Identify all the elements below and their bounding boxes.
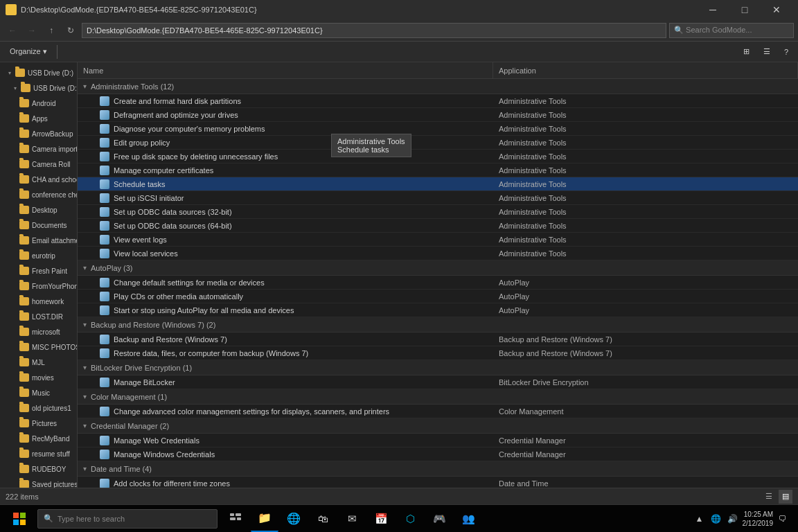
maximize-button[interactable]: □ — [729, 0, 761, 19]
sidebar-item-pictures[interactable]: Pictures — [11, 416, 77, 431]
list-item[interactable]: Schedule tasksAdministrative Tools — [78, 177, 798, 191]
folder-icon — [19, 373, 29, 382]
close-button[interactable]: ✕ — [761, 0, 792, 19]
list-view-button[interactable]: ☰ — [762, 490, 776, 504]
sidebar-item-usb-drive-top[interactable]: ▾ USB Drive (D:) — [0, 65, 77, 80]
col-header-name[interactable]: Name — [78, 62, 493, 78]
list-item[interactable]: Restore data, files, or computer from ba… — [78, 346, 798, 360]
sidebar-item-fromyourphone[interactable]: FromYourPhone — [11, 278, 77, 294]
list-item[interactable]: Change default settings for media or dev… — [78, 276, 798, 290]
file-name-cell: Manage Web Credentials — [78, 436, 493, 445]
sidebar-item-apps[interactable]: Apps — [11, 111, 77, 126]
list-item[interactable]: Diagnose your computer's memory problems… — [78, 122, 798, 136]
category-row-bitlocker-drive-encryption[interactable]: ▾BitLocker Drive Encryption (1) — [78, 360, 798, 375]
sidebar-item-camera-roll[interactable]: Camera Roll — [11, 157, 77, 172]
list-item[interactable]: Start or stop using AutoPlay for all med… — [78, 303, 798, 317]
sidebar-item-recmyband[interactable]: RecMyBand — [11, 431, 77, 446]
sidebar-item-fresh-paint[interactable]: Fresh Paint — [11, 263, 77, 278]
sidebar-item-rudeboy[interactable]: RUDEBOY — [11, 461, 77, 477]
list-item[interactable]: Manage Web CredentialsCredential Manager — [78, 434, 798, 447]
list-item[interactable]: Manage computer certificatesAdministrati… — [78, 163, 798, 177]
address-input[interactable] — [82, 23, 666, 38]
sidebar-item-old-pictures1[interactable]: old pictures1 — [11, 400, 77, 416]
folder-icon — [19, 114, 29, 123]
sidebar-item-documents[interactable]: Documents — [11, 218, 77, 233]
tray-volume-icon[interactable]: 🔊 — [726, 512, 740, 526]
tray-clock[interactable]: 10:25 AM 2/12/2019 — [743, 510, 774, 528]
file-icon — [100, 179, 109, 189]
file-list-container[interactable]: Name Application ▾Administrative Tools (… — [78, 62, 798, 488]
forward-button[interactable]: → — [24, 22, 40, 39]
sidebar-item-usb-drive[interactable]: ▾ USB Drive (D:) — [6, 80, 77, 96]
organize-button[interactable]: Organize ▾ — [4, 44, 53, 60]
taskbar-file-explorer[interactable]: 📁 — [251, 506, 278, 532]
sidebar-item-email-attachmen[interactable]: Email attachmen — [11, 233, 77, 248]
category-row-administrative-tools[interactable]: ▾Administrative Tools (12) — [78, 79, 798, 94]
tray-notification[interactable]: 🗨 — [776, 512, 790, 526]
folder-icon — [19, 160, 29, 168]
list-item[interactable]: View local servicesAdministrative Tools — [78, 247, 798, 260]
sidebar-item-lost.dir[interactable]: LOST.DIR — [11, 309, 77, 324]
sidebar-item-cha-and-school[interactable]: CHA and school — [11, 172, 77, 187]
category-row-backup-and-restore-(windows-7)[interactable]: ▾Backup and Restore (Windows 7) (2) — [78, 317, 798, 332]
list-item[interactable]: View event logsAdministrative Tools — [78, 233, 798, 247]
list-item[interactable]: Manage Windows CredentialsCredential Man… — [78, 447, 798, 461]
view-details-button[interactable]: ☰ — [758, 44, 776, 60]
list-item[interactable]: Backup and Restore (Windows 7)Backup and… — [78, 332, 798, 346]
start-button[interactable] — [3, 505, 36, 533]
sidebar-item-resume-stuff[interactable]: resume stuff — [11, 446, 77, 461]
sidebar-item-camera-imports[interactable]: Camera imports — [11, 141, 77, 157]
taskbar-store[interactable]: 🛍 — [309, 506, 337, 532]
file-name-cell: Free up disk space by deleting unnecessa… — [78, 152, 493, 161]
sidebar-item-saved-pictures[interactable]: Saved pictures — [11, 477, 77, 488]
sidebar-item-desktop[interactable]: Desktop — [11, 202, 77, 218]
list-item[interactable]: Set up ODBC data sources (32-bit)Adminis… — [78, 205, 798, 219]
sidebar-item-homework[interactable]: homework — [11, 294, 77, 309]
sidebar-item-eurotrip[interactable]: eurotrip — [11, 248, 77, 263]
taskbar-steam[interactable]: 🎮 — [425, 506, 453, 532]
file-name-cell: Set up iSCSI initiator — [78, 193, 493, 203]
sidebar-item-microsoft[interactable]: microsoft — [11, 324, 77, 339]
taskbar-calendar[interactable]: 📅 — [367, 506, 395, 532]
taskbar-task-view[interactable] — [222, 506, 249, 532]
taskbar-app1[interactable]: ⬡ — [396, 506, 424, 532]
tray-expand[interactable]: ▲ — [693, 512, 707, 526]
list-item[interactable]: Set up ODBC data sources (64-bit)Adminis… — [78, 219, 798, 233]
taskbar-mail[interactable]: ✉ — [338, 506, 366, 532]
tray-network-icon[interactable]: 🌐 — [709, 512, 723, 526]
view-options-button[interactable]: ⊞ — [738, 44, 755, 60]
list-item[interactable]: Add clocks for different time zonesDate … — [78, 477, 798, 488]
sidebar-item-movies[interactable]: movies — [11, 370, 77, 385]
up-button[interactable]: ↑ — [43, 22, 60, 39]
list-item[interactable]: Change advanced color management setting… — [78, 405, 798, 418]
sidebar-item-misc-photos[interactable]: MISC PHOTOS — [11, 339, 77, 355]
sidebar-item-music[interactable]: Music — [11, 385, 77, 400]
list-item[interactable]: Edit group policyAdministrative Tools — [78, 136, 798, 150]
details-view-button[interactable]: ▤ — [779, 490, 792, 504]
file-app-cell: Administrative Tools — [493, 249, 798, 258]
minimize-button[interactable]: ─ — [697, 0, 729, 19]
list-item[interactable]: Manage BitLockerBitLocker Drive Encrypti… — [78, 375, 798, 389]
back-button[interactable]: ← — [4, 22, 21, 39]
list-item[interactable]: Defragment and optimize your drivesAdmin… — [78, 108, 798, 122]
list-item[interactable]: Create and format hard disk partitionsAd… — [78, 94, 798, 108]
taskbar-search[interactable]: 🔍 Type here to search — [37, 509, 218, 529]
col-header-application[interactable]: Application — [493, 62, 798, 78]
sidebar-item-conference-chec[interactable]: conference chec — [11, 187, 77, 202]
taskbar-teams[interactable]: 👥 — [454, 506, 482, 532]
help-button[interactable]: ? — [779, 44, 794, 60]
category-row-date-and-time[interactable]: ▾Date and Time (4) — [78, 461, 798, 477]
taskbar-edge[interactable]: 🌐 — [280, 506, 308, 532]
sidebar-item-mjl[interactable]: MJL — [11, 355, 77, 370]
list-item[interactable]: Play CDs or other media automaticallyAut… — [78, 290, 798, 303]
refresh-button[interactable]: ↻ — [62, 22, 79, 39]
category-row-autoplay[interactable]: ▾AutoPlay (3) — [78, 260, 798, 276]
sidebar-item-arrowbackup[interactable]: ArrowBackup — [11, 126, 77, 141]
file-app-cell: Administrative Tools — [493, 208, 798, 216]
list-item[interactable]: Free up disk space by deleting unnecessa… — [78, 150, 798, 163]
search-box[interactable]: 🔍 Search GodMode... — [669, 23, 794, 38]
category-row-color-management[interactable]: ▾Color Management (1) — [78, 389, 798, 405]
sidebar-item-android[interactable]: Android — [11, 96, 77, 111]
category-row-credential-manager[interactable]: ▾Credential Manager (2) — [78, 418, 798, 434]
list-item[interactable]: Set up iSCSI initiatorAdministrative Too… — [78, 191, 798, 205]
